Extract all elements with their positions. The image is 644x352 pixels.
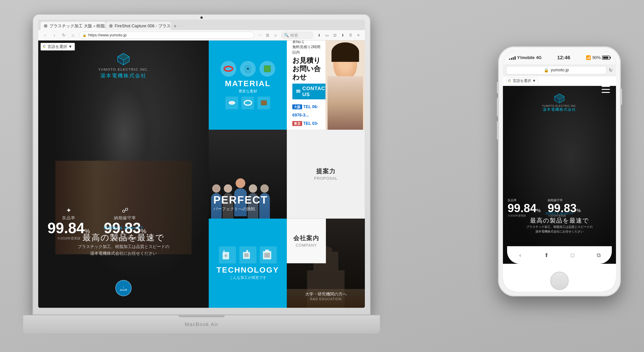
iphone-refresh-button[interactable]: ↻ (609, 68, 613, 73)
perfect-title: PERFECT (213, 194, 282, 206)
network-type: 4G (536, 55, 542, 60)
macbook-screen-border: ✕ プラスチック加工 大阪＜樹脂加... ✕ FireShot Capture … (38, 20, 365, 308)
mute-button[interactable] (497, 82, 499, 93)
proposal-cell[interactable]: 提案力 PROPOSAL (287, 130, 365, 219)
address-bar[interactable]: 🔒 https://www.yumoto.jp (79, 32, 254, 39)
tab-close-2[interactable]: ✕ (109, 24, 113, 28)
macbook-label: MacBook Air (185, 322, 218, 328)
iphone-menu-button[interactable] (602, 86, 610, 93)
iphone-url-text: yumoto.jp (551, 68, 569, 72)
battery-percent: 90% (592, 55, 601, 60)
iphone-address-bar[interactable]: 🔒 yumoto.jp (506, 66, 606, 74)
more-button[interactable]: ··· (257, 32, 262, 38)
search-bar[interactable]: 🔍 検索 (281, 32, 314, 39)
extension-icon[interactable]: S (348, 32, 353, 38)
tab-2[interactable]: ✕ FireShot Capture 006 - プラスチ... (106, 22, 171, 30)
macbook-notch (178, 316, 225, 317)
material-cell[interactable]: MATERIAL 豊富な素材 (209, 40, 287, 130)
bookmark-button[interactable]: ☆ (273, 32, 278, 38)
hero-overlay (38, 40, 209, 308)
home-button[interactable]: ⌂ (70, 32, 76, 38)
iphone-screen: Y!mobile 4G 12:46 📶 90% (503, 51, 616, 292)
phone-company-en: YUMOTO ELECTRIC INC. (542, 104, 577, 107)
svg-rect-6 (264, 66, 270, 72)
signal-strength-icon (509, 56, 516, 60)
back-button[interactable]: ‹ (42, 32, 48, 38)
tab-close-1[interactable]: ✕ (44, 24, 48, 28)
power-button[interactable] (620, 89, 622, 105)
tab-1[interactable]: ✕ プラスチック加工 大阪＜樹脂加... (40, 22, 106, 30)
phone-logo-cube (554, 93, 565, 104)
iphone-translate-widget[interactable]: G 言語を選択 ▼ (506, 78, 538, 84)
svg-point-5 (247, 68, 249, 70)
reader-button[interactable]: ☰ (265, 32, 270, 38)
volume-down-button[interactable] (497, 121, 499, 140)
svg-rect-10 (261, 100, 267, 105)
iphone-bookmarks-button[interactable]: □ (568, 251, 577, 259)
tagline-sub: SPEED & QUALITY (38, 226, 209, 230)
education-text: 大学・研究機関の方へ (287, 291, 365, 297)
new-tab-button[interactable]: + (171, 22, 179, 30)
tech-machine-2 (239, 246, 256, 264)
phone-website: YUMOTO ELECTRIC INC. 湯本電機株式会社 良品率 99.84 … (503, 86, 616, 264)
company-title: 会社案内 (293, 234, 319, 242)
svg-rect-18 (265, 250, 269, 252)
technology-subtitle: こんな加工が得意です (229, 275, 266, 280)
download-icon[interactable]: ⬇ (316, 32, 322, 38)
svg-rect-16 (244, 253, 248, 257)
menu-icon[interactable]: ≡ (356, 32, 361, 38)
iphone-tabs-button[interactable]: ⧉ (595, 251, 603, 259)
search-placeholder: 検索 (290, 33, 298, 38)
tab-bar: ✕ プラスチック加工 大阪＜樹脂加... ✕ FireShot Capture … (38, 20, 365, 30)
nav-bar: ‹ › ↻ ⌂ 🔒 https://www.yumoto.jp ··· ☰ (38, 30, 365, 40)
phone-hero: YUMOTO ELECTRIC INC. 湯本電機株式会社 良品率 99.84 … (503, 86, 616, 264)
svg-point-9 (244, 100, 252, 105)
hero-tagline: SPEED & QUALITY 最高の製品を最速で プラスチック加工、樹脂加工は… (38, 226, 209, 257)
wifi-icon: 📶 (586, 55, 591, 60)
phone-tagline: SPEED & QUALITY 最高の製品を最速で プラスチック加工、樹脂加工は… (503, 212, 616, 234)
material-part-3 (257, 96, 270, 109)
svg-rect-15 (246, 250, 248, 252)
technology-cell[interactable]: TECHNOLOGY こんな加工が得意です (209, 218, 287, 308)
quality-icon: ✦ (48, 206, 90, 214)
forward-button[interactable]: › (51, 32, 58, 38)
svg-point-8 (230, 102, 234, 104)
svg-rect-12 (224, 250, 224, 252)
reload-button[interactable]: ↻ (60, 32, 67, 38)
material-products (220, 61, 275, 77)
iphone-back-button[interactable]: ‹ (516, 251, 524, 259)
share-icon[interactable]: ⬆ (340, 32, 346, 38)
material-product-1 (220, 61, 236, 77)
svg-rect-19 (264, 253, 270, 258)
sidebar-icon[interactable]: ▭ (324, 32, 330, 38)
iphone-translate-label: 言語を選択 ▼ (513, 78, 536, 83)
hero-section: G 言語を選択 ▼ (38, 40, 209, 308)
google-translate-widget[interactable]: G 言語を選択 ▼ (40, 43, 75, 50)
perfect-cell[interactable]: PERFECT パーフェクトへの挑戦 (209, 130, 287, 219)
tab-label-2: FireShot Capture 006 - プラスチ... (115, 23, 171, 29)
carrier-info: Y!mobile 4G (509, 55, 542, 60)
window-icon[interactable]: ⊡ (332, 32, 338, 38)
material-parts (226, 96, 270, 109)
macbook-camera (200, 16, 203, 19)
iphone-share-button[interactable]: ⬆ (542, 251, 551, 259)
iphone-home-button[interactable] (550, 272, 569, 290)
nav-icons: ··· ☰ ☆ (257, 32, 278, 38)
education-overlay: 大学・研究機関の方へ R&D EDUCATION (287, 291, 365, 301)
company-cell[interactable]: 会社案内 COMPANY (287, 218, 326, 263)
iphone-browser-bar: 🔒 yumoto.jp ↻ (503, 64, 616, 76)
google-g-icon: G (43, 44, 46, 49)
material-title: MATERIAL (225, 79, 270, 88)
svg-point-13 (224, 254, 227, 257)
education-cell[interactable]: 大学・研究機関の方へ R&D EDUCATION 会社案内 COMPANY (287, 218, 365, 308)
iphone-google-g-icon: G (508, 79, 511, 83)
contact-title: お見積りお問い合わせ (292, 56, 322, 81)
contact-hair (332, 42, 359, 62)
iphone-lock-icon: 🔒 (544, 68, 549, 73)
scroll-button[interactable]: ↓ scroll (115, 280, 132, 296)
volume-up-button[interactable] (497, 98, 499, 116)
carrier-name: Y!mobile (517, 55, 535, 60)
logo-cube-icon (116, 52, 130, 66)
tagline-desc1: プラスチック加工、樹脂加工は品質とスピードの (38, 244, 209, 250)
iphone-bottom-nav: ‹ ⬆ □ ⧉ (507, 246, 612, 264)
